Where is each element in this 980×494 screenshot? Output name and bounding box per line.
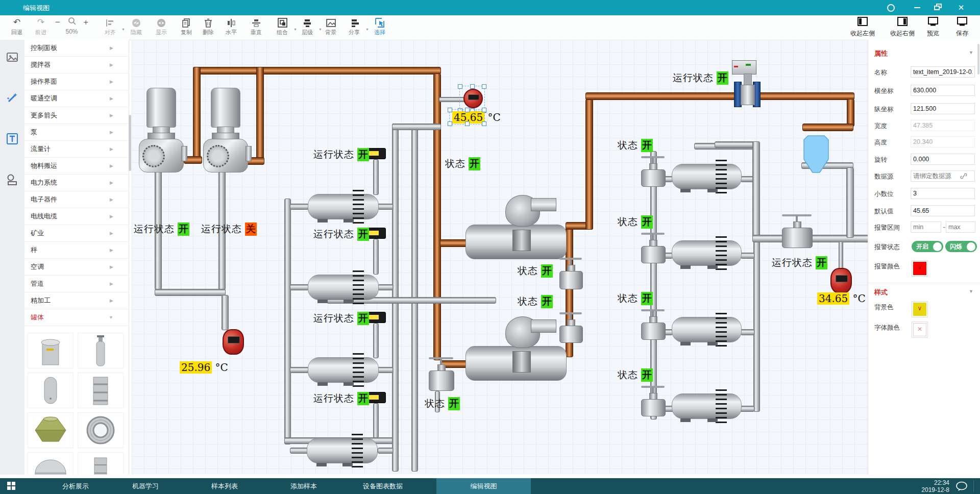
gate-valve[interactable] [641, 309, 665, 340]
sidebar-item-hvac[interactable]: 暖通空调▶ [24, 90, 129, 107]
sidebar-item-cables[interactable]: 电线电缆▶ [24, 208, 129, 225]
image-tool-icon[interactable] [6, 51, 18, 63]
sidebar-scrollbar[interactable] [129, 115, 131, 171]
alarm-color-swatch[interactable]: ∨ [912, 260, 928, 277]
name-field[interactable] [911, 66, 975, 78]
sidebar-item-piping[interactable]: 管道▶ [24, 276, 129, 292]
tank-thumb-bucket[interactable] [28, 333, 74, 368]
taskbar-tab-active[interactable]: 编辑视图 [447, 478, 521, 494]
x-coordinate-field[interactable] [911, 85, 975, 96]
status-label[interactable]: 运行状态 关 [201, 223, 257, 236]
align-button[interactable]: ▼ 对齐 [96, 17, 124, 36]
flanged-flow-meter[interactable] [734, 60, 761, 107]
sidebar-item-power-system[interactable]: 电力系统▶ [24, 175, 129, 191]
status-label[interactable]: 状态 开 [445, 157, 480, 170]
tank-thumb-cone-hopper[interactable] [28, 412, 74, 448]
sidebar-item-mining[interactable]: 矿业▶ [24, 225, 129, 242]
hopper[interactable] [803, 135, 829, 174]
status-label[interactable]: 运行状态 开 [313, 312, 369, 325]
close-icon[interactable]: ✕ [951, 0, 971, 15]
restore-icon[interactable] [928, 0, 947, 15]
show-button[interactable]: 显示 [148, 17, 175, 36]
taskbar-tab[interactable]: 分析展示 [45, 478, 106, 494]
sidebar-item-aircon[interactable]: 空调▶ [24, 259, 129, 276]
temperature-value[interactable]: 25.96 °C [180, 361, 228, 374]
chevron-down-icon[interactable]: ▼ [969, 289, 973, 294]
default-value-field[interactable] [911, 205, 975, 216]
alarm-flash-toggle[interactable]: 闪烁 [945, 241, 977, 252]
status-label[interactable]: 运行状态 开 [134, 223, 189, 236]
sidebar-item-material-handling[interactable]: 物料搬运▶ [24, 158, 129, 175]
windows-start-icon[interactable] [7, 482, 16, 490]
tank-thumb-drum[interactable] [78, 373, 124, 408]
link-icon[interactable] [960, 172, 967, 180]
sidebar-item-electronics[interactable]: 电子器件▶ [24, 191, 129, 208]
tank[interactable] [672, 393, 742, 419]
chevron-down-icon[interactable]: ▼ [969, 50, 973, 55]
select-button[interactable]: 选择 [366, 17, 394, 36]
sidebar-item-mixer[interactable]: 搅拌器▶ [24, 57, 129, 73]
tank[interactable] [308, 357, 379, 383]
gate-valve[interactable] [641, 156, 665, 187]
status-label[interactable]: 状态 开 [518, 295, 553, 308]
taskbar-tab[interactable]: 机器学习 [115, 478, 176, 494]
status-label[interactable]: 状态 开 [618, 215, 653, 229]
compressor[interactable] [465, 315, 566, 382]
decimals-field[interactable] [911, 188, 975, 199]
sidebar-item-arrows[interactable]: 更多箭头▶ [24, 107, 129, 124]
pump[interactable] [203, 87, 248, 174]
sidebar-item-control-panel[interactable]: 控制面板▶ [24, 40, 129, 57]
tank-thumb-dome[interactable] [28, 452, 74, 475]
background-color-swatch[interactable]: ∨ [912, 301, 928, 317]
panel-scrollbar[interactable] [977, 44, 979, 75]
sidebar-item-scale[interactable]: 秤▶ [24, 242, 129, 259]
font-color-swatch[interactable]: ✕ [912, 322, 928, 338]
alarm-max-field[interactable] [946, 221, 975, 233]
status-label[interactable]: 运行状态 开 [313, 228, 369, 241]
tank[interactable] [307, 438, 378, 463]
collapse-right-button[interactable]: 收起右侧 [886, 17, 919, 38]
tank-thumb-canister[interactable] [78, 452, 124, 475]
temperature-sensor[interactable] [223, 329, 244, 355]
status-label[interactable]: 状态 开 [518, 264, 553, 278]
taskbar-tab[interactable]: 添加样本 [273, 478, 334, 494]
zoom-controls[interactable]: − + 50% [45, 17, 99, 35]
taskbar-tab[interactable]: 设备图表数据 [347, 478, 419, 494]
magic-wand-icon[interactable] [6, 92, 18, 104]
taskbar-tab[interactable]: 样本列表 [194, 478, 255, 494]
hide-button[interactable]: 隐藏 [122, 17, 150, 36]
tank[interactable] [672, 317, 742, 342]
status-label[interactable]: 状态 开 [618, 139, 653, 152]
pump[interactable] [138, 87, 183, 174]
refresh-icon[interactable] [881, 0, 900, 15]
tank[interactable] [308, 275, 379, 300]
status-label[interactable]: 运行状态 开 [313, 148, 369, 161]
horizontal-distribute-button[interactable]: 水平 [217, 17, 245, 36]
alarm-min-field[interactable] [911, 221, 941, 233]
share-button[interactable]: ▼ 分享 [340, 17, 368, 36]
status-label[interactable]: 运行状态 开 [313, 392, 369, 405]
tank-thumb-ring-nut[interactable] [78, 412, 124, 448]
sidebar-item-pump[interactable]: 泵▶ [24, 124, 129, 141]
status-label[interactable]: 运行状态 开 [673, 71, 728, 85]
gate-valve[interactable] [641, 386, 665, 416]
rotation-field[interactable] [911, 154, 975, 165]
gate-valve[interactable] [559, 312, 582, 343]
sidebar-item-finishing[interactable]: 精加工▶ [24, 292, 129, 309]
alarm-on-toggle[interactable]: 开启 [912, 241, 943, 252]
collapse-left-button[interactable]: 收起左侧 [846, 17, 879, 38]
tank[interactable] [672, 164, 742, 189]
vertical-distribute-button[interactable]: 垂直 [242, 17, 270, 36]
status-label[interactable]: 运行状态 开 [772, 256, 827, 269]
status-label[interactable]: 状态 开 [618, 292, 653, 305]
sidebar-item-tanks[interactable]: 罐体▼ [24, 309, 129, 326]
status-label[interactable]: 状态 开 [618, 368, 653, 382]
gate-valve[interactable] [559, 258, 582, 289]
shapes-tool-icon[interactable] [6, 174, 18, 186]
undo-button[interactable]: ↶回退 [3, 17, 31, 36]
gate-valve[interactable] [429, 357, 453, 391]
chat-bubble-icon[interactable] [955, 481, 968, 491]
status-label[interactable]: 状态 开 [425, 397, 460, 410]
gate-valve[interactable] [641, 233, 665, 263]
sidebar-item-flowmeter[interactable]: 流量计▶ [24, 141, 129, 158]
